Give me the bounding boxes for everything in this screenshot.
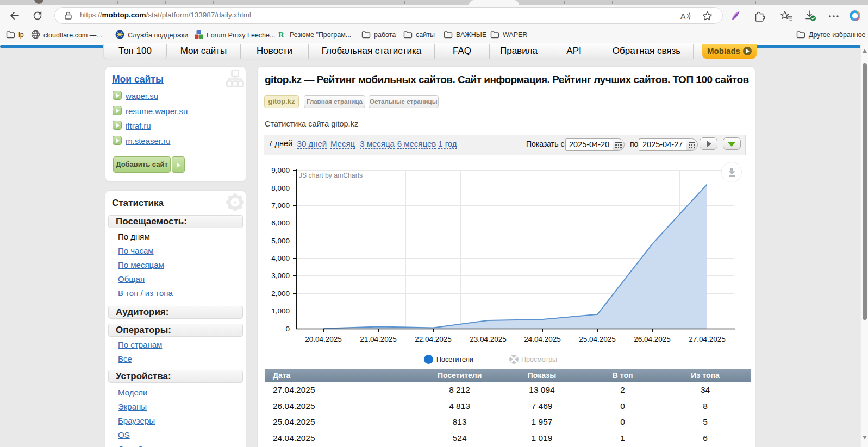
svg-text:25.04.2025: 25.04.2025 <box>579 335 616 343</box>
svg-text:JS chart by amCharts: JS chart by amCharts <box>299 172 363 179</box>
svg-text:24.04.2025: 24.04.2025 <box>524 335 561 343</box>
svg-text:7,000: 7,000 <box>271 202 290 210</box>
svg-text:26.04.2025: 26.04.2025 <box>634 335 671 343</box>
svg-text:23.04.2025: 23.04.2025 <box>470 335 507 343</box>
svg-text:20.04.2025: 20.04.2025 <box>305 335 342 343</box>
svg-text:3,000: 3,000 <box>271 272 290 280</box>
svg-text:5,000: 5,000 <box>271 237 290 245</box>
svg-text:1,000: 1,000 <box>271 307 290 315</box>
svg-text:A: A <box>680 12 686 21</box>
svg-text:2,000: 2,000 <box>271 289 290 298</box>
svg-text:9,000: 9,000 <box>271 166 290 174</box>
svg-text:27.04.2025: 27.04.2025 <box>689 335 726 343</box>
svg-text:4,000: 4,000 <box>271 254 290 262</box>
svg-text:0: 0 <box>285 325 290 333</box>
svg-text:22.04.2025: 22.04.2025 <box>415 335 452 343</box>
svg-text:21.04.2025: 21.04.2025 <box>360 335 397 343</box>
svg-text:6,000: 6,000 <box>271 219 290 227</box>
svg-text:8,000: 8,000 <box>271 184 290 192</box>
